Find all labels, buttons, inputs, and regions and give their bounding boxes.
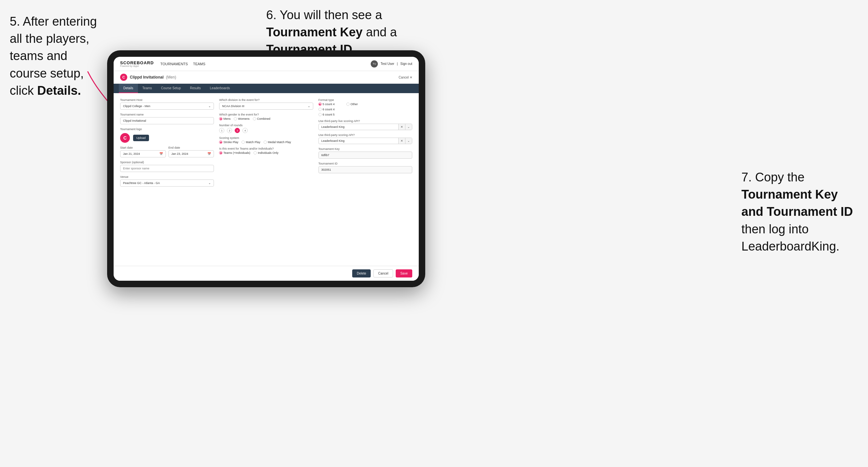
tab-results[interactable]: Results: [185, 84, 205, 93]
tab-teams[interactable]: Teams: [138, 84, 156, 93]
format-other-radio[interactable]: [346, 102, 350, 106]
scoring-stroke[interactable]: Stroke Play: [219, 141, 238, 144]
api2-input-row: Leaderboard King ✕ ⌄: [318, 137, 412, 144]
logo-preview: C: [120, 133, 130, 143]
team-radio-group: Teams (+Individuals) Individuals Only: [219, 151, 313, 154]
host-value: Clippd College - Men: [123, 104, 150, 108]
form-footer: Delete Cancel Save: [114, 266, 419, 281]
venue-select[interactable]: Peachtree GC - Atlanta - GA ⌄: [120, 180, 214, 187]
format-5count4-radio[interactable]: [318, 102, 322, 106]
scoring-match[interactable]: Match Play: [242, 141, 260, 144]
api2-value: Leaderboard King: [319, 138, 398, 144]
tournament-id-label: Tournament ID: [318, 162, 412, 165]
round-4[interactable]: 4: [243, 128, 248, 133]
tournament-name-input[interactable]: [120, 117, 214, 124]
gender-radio-group: Mens Womens Combined: [219, 117, 313, 120]
form-grid: Tournament Host Clippd College - Men ⌄ T…: [120, 98, 412, 187]
api2-chevron-button[interactable]: ⌄: [405, 138, 412, 144]
form-right-section: Format type 5 count 4 Other: [318, 98, 412, 187]
api1-label: Use third-party live scoring API?: [318, 119, 412, 123]
individuals-radio[interactable]: [253, 151, 257, 154]
host-select[interactable]: Clippd College - Men ⌄: [120, 102, 214, 110]
tab-details[interactable]: Details: [119, 84, 138, 93]
format-other[interactable]: Other: [346, 102, 358, 106]
stroke-radio[interactable]: [219, 141, 222, 144]
upload-button[interactable]: Upload: [133, 135, 149, 141]
teams-radio[interactable]: [219, 151, 222, 154]
format-row-1: 5 count 4 Other: [318, 102, 412, 106]
logo-field: Tournament logo C Upload: [120, 128, 214, 143]
start-date-value: Jan 21, 2024: [123, 152, 140, 155]
format-row-3: 6 count 5: [318, 113, 412, 116]
scoring-field: Scoring system Stroke Play Match Play: [219, 136, 313, 144]
nav-separator: |: [397, 62, 398, 66]
format-6count4[interactable]: 6 count 4: [318, 108, 335, 111]
sponsor-input[interactable]: [120, 165, 214, 172]
annotation-top-line1: 6. You will then see a: [266, 8, 382, 22]
division-value: NCAA Division III: [222, 104, 244, 108]
gender-mens[interactable]: Mens: [219, 117, 230, 120]
api1-value: Leaderboard King: [319, 124, 398, 130]
tab-course-setup[interactable]: Course Setup: [156, 84, 185, 93]
cancel-header-button[interactable]: Cancel ✕: [399, 75, 412, 79]
form-middle-section: Which division is the event for? NCAA Di…: [219, 98, 313, 187]
match-radio[interactable]: [242, 141, 245, 144]
gender-combined[interactable]: Combined: [253, 117, 270, 120]
annotation-left-bold: Details.: [37, 84, 81, 97]
api1-field: Use third-party live scoring API? Leader…: [318, 119, 412, 130]
end-date-value: Jan 23, 2024: [172, 152, 188, 155]
api2-clear-button[interactable]: ✕: [398, 138, 405, 144]
venue-chevron-icon: ⌄: [208, 181, 211, 185]
nav-tournaments[interactable]: TOURNAMENTS: [160, 62, 188, 66]
gender-mens-radio[interactable]: [219, 117, 222, 120]
host-label: Tournament Host: [120, 98, 214, 101]
sign-out-link[interactable]: Sign out: [400, 62, 412, 66]
format-6count4-radio[interactable]: [318, 108, 322, 111]
team-individuals[interactable]: Individuals Only: [253, 151, 279, 154]
save-button[interactable]: Save: [396, 269, 412, 278]
sponsor-label: Sponsor (optional): [120, 161, 214, 164]
calendar-end-icon: 📅: [208, 152, 211, 155]
logo-sub: Powered by clippd: [120, 65, 154, 67]
format-6count5-radio[interactable]: [318, 113, 322, 116]
sponsor-field: Sponsor (optional): [120, 161, 214, 172]
round-2[interactable]: 2: [227, 128, 232, 133]
start-date-input[interactable]: Jan 21, 2024 📅: [120, 150, 166, 157]
tournament-name-field: Tournament name: [120, 113, 214, 124]
annotation-right-bold1: Tournament Key: [741, 188, 838, 201]
api1-clear-button[interactable]: ✕: [398, 124, 405, 130]
annotation-right-bold2: and Tournament ID: [741, 205, 853, 218]
division-select[interactable]: NCAA Division III ⌄: [219, 102, 313, 110]
format-5count4[interactable]: 5 count 4: [318, 102, 335, 106]
nav-teams[interactable]: TEAMS: [193, 62, 206, 66]
tournament-name-text: Clippd Invitational: [130, 75, 164, 80]
start-date-label: Start date: [120, 146, 166, 149]
gender-womens-radio[interactable]: [234, 117, 237, 120]
api2-field: Use third-party scoring API? Leaderboard…: [318, 133, 412, 144]
scoring-medal[interactable]: Medal Match Play: [264, 141, 291, 144]
calendar-icon: 📅: [159, 152, 163, 155]
format-6count5[interactable]: 6 count 5: [318, 113, 335, 116]
end-date-input[interactable]: Jan 23, 2024 📅: [168, 150, 214, 157]
medal-radio[interactable]: [264, 141, 267, 144]
annotation-left-line1: 5. After entering: [10, 14, 97, 28]
tab-leaderboards[interactable]: Leaderboards: [206, 84, 235, 93]
division-chevron-icon: ⌄: [308, 104, 310, 108]
host-field: Tournament Host Clippd College - Men ⌄: [120, 98, 214, 110]
tournament-gender: (Men): [166, 75, 176, 80]
format-label: Format type: [318, 98, 412, 101]
scoring-label: Scoring system: [219, 136, 313, 139]
tournament-name-label: Tournament name: [120, 113, 214, 116]
gender-combined-radio[interactable]: [253, 117, 256, 120]
delete-button[interactable]: Delete: [352, 269, 371, 278]
cancel-footer-button[interactable]: Cancel: [373, 269, 393, 278]
rounds-group: 1 2 3 4: [219, 128, 313, 133]
gender-womens[interactable]: Womens: [234, 117, 249, 120]
round-3[interactable]: 3: [235, 128, 240, 133]
team-teams[interactable]: Teams (+Individuals): [219, 151, 250, 154]
rounds-field: Number of rounds 1 2 3 4: [219, 124, 313, 133]
division-label: Which division is the event for?: [219, 98, 313, 101]
tournament-id-value: 302051: [318, 166, 412, 173]
round-1[interactable]: 1: [219, 128, 224, 133]
api1-chevron-button[interactable]: ⌄: [405, 124, 412, 130]
